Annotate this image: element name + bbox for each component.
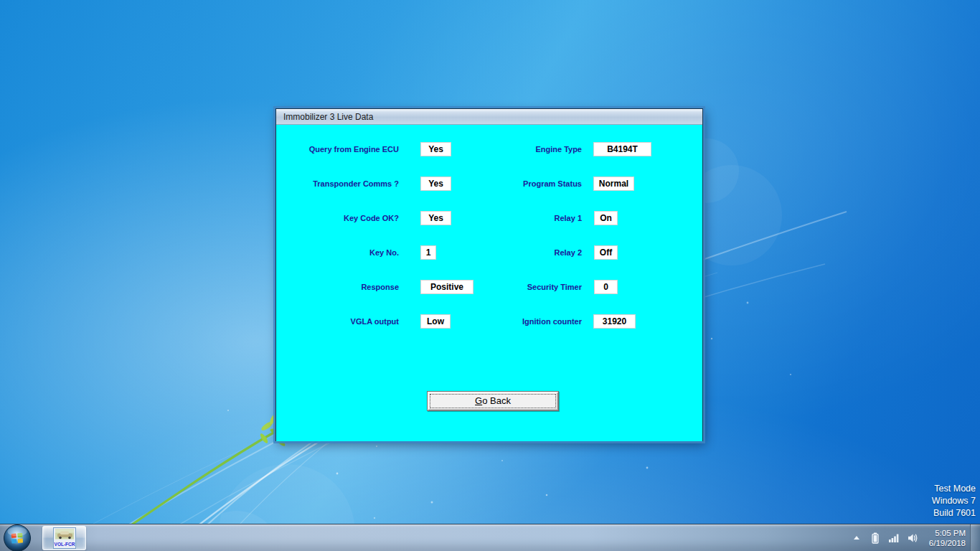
go-back-label-rest: o Back (482, 395, 511, 406)
field-label-response: Response (276, 280, 399, 294)
go-back-accelerator: G (475, 395, 482, 406)
field-value-transponder-comms: Yes (420, 176, 451, 191)
taskbar-app-vol-fcr[interactable]: VOL-FCR (42, 526, 86, 550)
field-value-relay-1: On (594, 211, 618, 225)
taskbar: VOL-FCR (0, 524, 980, 551)
volume-tray-button[interactable] (906, 532, 919, 545)
chevron-up-icon (852, 533, 862, 543)
field-label-relay-2: Relay 2 (448, 245, 582, 260)
watermark-line: Test Mode (932, 483, 976, 495)
field-value-relay-2: Off (594, 245, 618, 260)
field-value-vgla-output: Low (420, 314, 451, 329)
window-title: Immobilizer 3 Live Data (283, 112, 373, 122)
start-button[interactable] (3, 524, 32, 551)
network-tray-button[interactable] (887, 532, 900, 545)
field-label-transponder-comms: Transponder Comms ? (276, 176, 399, 191)
field-label-relay-1: Relay 1 (448, 211, 582, 225)
watermark-line: Windows 7 (932, 495, 976, 507)
field-value-security-timer: 0 (594, 280, 618, 294)
system-tray: 5:05 PM 6/19/2018 (850, 524, 966, 551)
battery-tray-button[interactable] (869, 532, 882, 545)
field-label-vgla-output: VGLA output (276, 314, 399, 329)
field-value-program-status: Normal (593, 176, 634, 191)
field-value-query-from-engine-ecu: Yes (420, 142, 451, 156)
field-label-program-status: Program Status (448, 176, 582, 191)
immobilizer-live-data-window: Immobilizer 3 Live Data Query from Engin… (275, 108, 703, 441)
field-label-key-no: Key No. (276, 245, 399, 260)
field-value-key-code-ok: Yes (420, 211, 451, 225)
field-value-engine-type: B4194T (593, 142, 651, 156)
field-label-key-code-ok: Key Code OK? (276, 211, 399, 225)
window-titlebar[interactable]: Immobilizer 3 Live Data (276, 109, 702, 125)
volume-icon (906, 532, 919, 545)
taskbar-clock[interactable]: 5:05 PM 6/19/2018 (925, 528, 966, 548)
network-signal-icon (887, 532, 900, 545)
watermark-line: Build 7601 (932, 507, 976, 519)
field-label-ignition-counter: Ignition counter (448, 314, 582, 329)
show-hidden-icons-button[interactable] (850, 532, 863, 545)
window-client-area: Query from Engine ECU Transponder Comms … (276, 125, 702, 441)
windows-logo-icon (3, 524, 32, 551)
clock-time: 5:05 PM (929, 528, 966, 538)
field-label-query-from-engine-ecu: Query from Engine ECU (276, 142, 399, 156)
field-label-security-timer: Security Timer (448, 280, 582, 294)
battery-icon (870, 532, 881, 545)
vol-fcr-app-label: VOL-FCR (54, 542, 75, 547)
test-mode-watermark: Test Mode Windows 7 Build 7601 (932, 483, 976, 519)
field-label-engine-type: Engine Type (448, 142, 582, 156)
vol-fcr-app-icon: VOL-FCR (52, 527, 77, 549)
clock-date: 6/19/2018 (929, 538, 966, 548)
field-value-ignition-counter: 31920 (593, 314, 636, 329)
field-value-key-no: 1 (420, 245, 436, 260)
go-back-button[interactable]: Go Back (427, 391, 559, 411)
show-desktop-button[interactable] (970, 524, 980, 551)
